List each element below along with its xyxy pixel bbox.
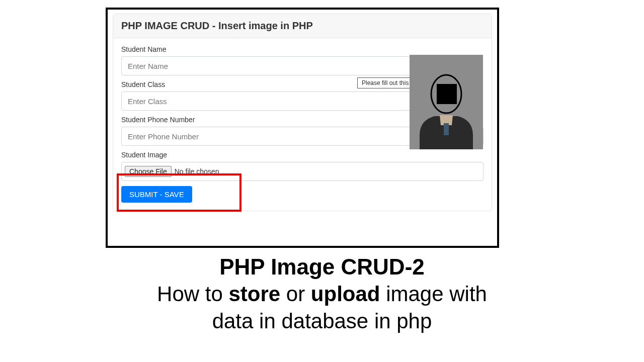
student-photo-preview (410, 55, 483, 149)
caption-title: PHP Image CRUD-2 (0, 254, 644, 280)
person-icon (410, 55, 483, 149)
caption-block: PHP Image CRUD-2 How to store or upload … (0, 254, 644, 335)
file-status-text: No file chosen (175, 167, 219, 175)
caption-line-2: data in database in php (0, 308, 644, 335)
submit-save-button[interactable]: SUBMIT - SAVE (121, 186, 192, 203)
input-student-class[interactable] (121, 92, 413, 111)
label-student-image: Student Image (121, 151, 484, 159)
svg-rect-1 (444, 123, 449, 135)
input-student-name[interactable] (121, 56, 413, 75)
svg-rect-3 (437, 84, 457, 104)
card-header: PHP IMAGE CRUD - Insert image in PHP (113, 14, 492, 38)
card-title: PHP IMAGE CRUD - Insert image in PHP (121, 20, 484, 32)
field-student-image: Student Image Choose File No file chosen (121, 151, 484, 181)
caption-line-1: How to store or upload image with (0, 281, 644, 308)
screenshot-panel: PHP IMAGE CRUD - Insert image in PHP Stu… (106, 8, 499, 248)
label-student-name: Student Name (121, 45, 484, 53)
file-input-row[interactable]: Choose File No file chosen (121, 162, 484, 181)
choose-file-button[interactable]: Choose File (125, 166, 172, 177)
